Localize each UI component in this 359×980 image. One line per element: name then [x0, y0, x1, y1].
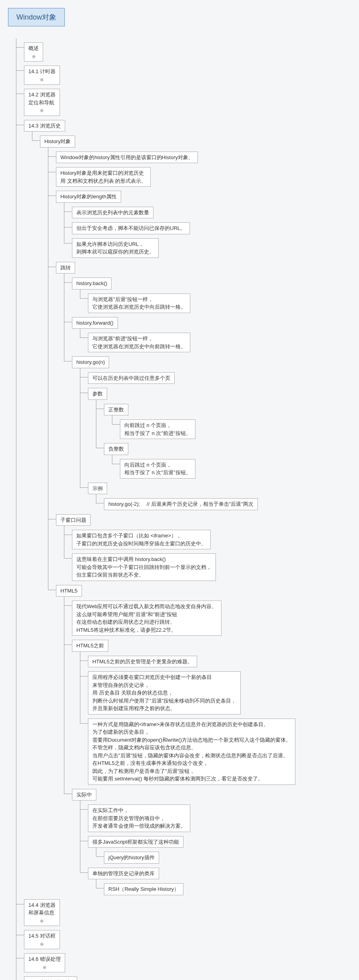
node-subwin[interactable]: 子窗口问题 如果窗口包含多个子窗口（比如 <iframe>）， 子窗口的浏览历史… — [56, 514, 351, 581]
node-practice[interactable]: 实际中 在实际工作中， 在那些需要历史管理的项目中， 开发者通常会使用一些现成的… — [72, 789, 351, 895]
node-14-6[interactable]: 14.6 错误处理 — [24, 953, 351, 972]
leaf: 可以在历史列表中跳过任意多个页 — [88, 372, 351, 384]
leaf: History对象是用来把窗口的浏览历史 用 文档和文档状态列表 的形式表示。 — [56, 167, 351, 187]
leaf: 一种方式是用隐藏的<iframe>来保存状态信息并在浏览器的历史中创建条目。 为… — [88, 719, 351, 785]
node-14-4[interactable]: 14.4 浏览器 和屏幕信息 — [24, 899, 351, 926]
leaf: 现代Web应用可以不通过载入新文档而动态地改变自身内容。 这么做可能希望用户能用… — [72, 601, 351, 636]
leaf: jQuery的history插件 — [104, 852, 351, 864]
leaf: 如果允许脚本访问历史URL， 则脚本就可以窥探你的浏览历史。 — [72, 238, 351, 258]
leaf: 向前跳过 n 个页面， 相当于按了 n 次"前进"按钮。 — [120, 419, 351, 439]
leaf: 但出于安全考虑，脚本不能访问已保存的URL。 — [72, 222, 351, 234]
leaf: 应用程序必须要在窗口浏览历史中创建一个新的条目 来管理自身的历史记录， 用 历史… — [88, 671, 351, 715]
leaf: 这意味着在主窗口中调用 history.back() 可能会导致其中一个子窗口往… — [72, 553, 351, 581]
node-14-3[interactable]: 14.3 浏览历史 History对象 Window对象的history属性引用… — [24, 120, 351, 895]
node-libs[interactable]: 单独的管理历史记录的类库 RSH（Really Simple History） — [88, 868, 351, 895]
node-html5[interactable]: HTML5 现代Web应用可以不通过载入新文档而动态地改变自身内容。 这么做可能… — [56, 585, 351, 895]
node-length[interactable]: History对象的length属性 表示浏览历史列表中的元素数量 但出于安全考… — [56, 191, 351, 258]
node-14-5[interactable]: 14.5 对话框 — [24, 930, 351, 949]
node-back[interactable]: history.back() 与浏览器"后退"按钮一样， 它使浏览器在浏览历史中… — [72, 277, 351, 313]
leaf: 与浏览器"后退"按钮一样， 它使浏览器在浏览历史中向后跳转一格。 — [88, 293, 351, 313]
node-frameworks[interactable]: 很多JavaScript框架都实现了这种功能 jQuery的history插件 — [88, 836, 351, 864]
leaf: 与浏览器"前进"按钮一样， 它使浏览器在浏览历史中向前跳转一格。 — [88, 333, 351, 352]
root-title: Window对象 — [8, 8, 65, 26]
node-before-html5[interactable]: HTML5之前 HTML5之前的历史管理是个更复杂的难题。 应用程序必须要在窗口… — [72, 640, 351, 785]
leaf: HTML5之前的历史管理是个更复杂的难题。 — [88, 656, 351, 668]
node-neg[interactable]: 负整数 向后跳过 n 个页面， 相当于按了 n 次"后退"按钮。 — [104, 443, 351, 479]
node-14-7[interactable]: 14.7 文档元素作为 Window对象的属性 — [24, 976, 351, 980]
node-forward[interactable]: history.forward() 与浏览器"前进"按钮一样， 它使浏览器在浏览… — [72, 317, 351, 353]
leaf: history.go(-2); // 后退来两个历史记录，相当于单击"后退"两次 — [104, 498, 351, 510]
node-param[interactable]: 参数 正整数 向前跳过 n 个页面， 相当于按了 n 次"前进"按钮。 — [88, 388, 351, 479]
leaf: 向后跳过 n 个页面， 相当于按了 n 次"后退"按钮。 — [120, 459, 351, 479]
node-history-object[interactable]: History对象 Window对象的history属性引用的是该窗口的Hist… — [40, 136, 351, 895]
node-jump[interactable]: 跳转 history.back() 与浏览器"后退"按钮一样， 它使浏览器在浏览… — [56, 262, 351, 510]
leaf: 如果窗口包含多个子窗口（比如 <iframe>）， 子窗口的浏览历史会按时间顺序… — [72, 530, 351, 549]
leaf: 在实际工作中， 在那些需要历史管理的项目中， 开发者通常会使用一些现成的解决方案… — [88, 804, 351, 832]
node-pos[interactable]: 正整数 向前跳过 n 个页面， 相当于按了 n 次"前进"按钮。 — [104, 404, 351, 439]
node-go[interactable]: history.go(n) 可以在历史列表中跳过任意多个页 参数 正整数 — [72, 356, 351, 510]
node-14-2[interactable]: 14.2 浏览器 定位和导航 — [24, 89, 351, 116]
leaf: RSH（Really Simple History） — [104, 883, 351, 895]
node-14-1[interactable]: 14.1 计时器 — [24, 66, 351, 85]
node-example[interactable]: 示例 history.go(-2); // 后退来两个历史记录，相当于单击"后退… — [88, 483, 351, 510]
leaf: 表示浏览历史列表中的元素数量 — [72, 207, 351, 219]
node-overview[interactable]: 概述 — [24, 42, 351, 62]
leaf: Window对象的history属性引用的是该窗口的History对象。 — [56, 152, 351, 164]
